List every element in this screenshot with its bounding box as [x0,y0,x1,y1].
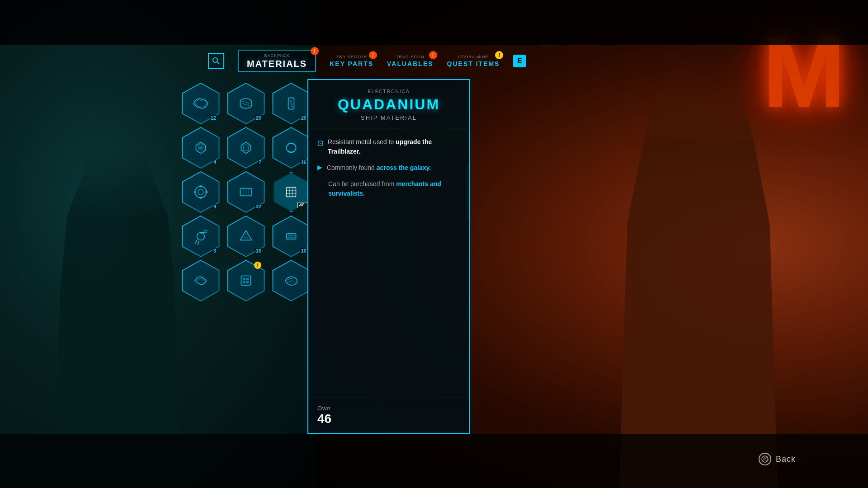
item-count: 10 [300,248,307,253]
item-icon [282,271,301,290]
list-item[interactable]: 9 [181,172,221,212]
list-item[interactable]: ! [226,261,266,300]
bullet-arrow: ▶ [317,164,322,173]
item-count: 20 [300,115,307,121]
svg-rect-20 [287,188,296,197]
item-count: 7 [258,160,262,165]
search-icon[interactable] [208,53,224,69]
detail-extra: Can be purchased from merchants and surv… [317,179,460,198]
quadanium-icon [282,183,301,202]
detail-title: QUADANIUM [317,96,460,113]
svg-line-3 [242,103,250,106]
detail-description: ⊡ Resistant metal used to upgrade the Tr… [317,137,460,156]
tab-valuables-label: VALUABLES [387,60,434,67]
tab-quest-items[interactable]: CODRA MINE QUEST ITEMS ! [447,55,500,67]
svg-point-15 [205,191,208,193]
item-count: 46 [297,202,307,208]
svg-point-26 [204,230,207,233]
nav-tabs: BACKPACK MATERIALS ! 7WY SECTOR KEY PART… [208,50,526,72]
silhouette-right [619,81,778,488]
top-bar [0,0,868,45]
detail-body: ⊡ Resistant metal used to upgrade the Tr… [308,128,469,398]
back-button[interactable]: ⓪ Back [759,453,796,465]
svg-point-9 [287,143,296,153]
item-count: 9 [212,204,217,209]
tab-materials-label: MATERIALS [247,59,307,69]
tab-materials[interactable]: BACKPACK MATERIALS ! [238,50,316,72]
detail-bullet-1: ▶ Commonly found across the galaxy. [317,163,460,173]
item-icon [236,227,255,246]
list-item[interactable]: 10 [271,216,311,256]
item-icon [236,138,255,157]
item-count: 20 [255,115,262,121]
svg-marker-27 [240,230,251,240]
item-icon [191,227,210,246]
item-count: 16 [300,160,307,165]
tab-key-parts-badge: ! [369,51,377,59]
item-icon [191,138,210,157]
item-icon [191,183,210,202]
tab-valuables[interactable]: TRAD-ECON VALUABLES ! [387,55,434,67]
list-item[interactable]: 16 [226,216,266,256]
item-icon [282,227,301,246]
tab-key-parts-label: KEY PARTS [330,60,373,67]
svg-line-1 [217,62,219,64]
desc-icon: ⊡ [317,138,323,156]
svg-rect-8 [244,145,249,151]
list-item[interactable]: 20 [271,84,311,123]
list-item[interactable]: 4 [181,128,221,168]
list-item[interactable] [271,261,311,300]
item-count: 4 [212,160,217,165]
svg-rect-38 [243,278,245,280]
own-value: 46 [317,412,460,426]
list-item[interactable]: 16 [271,128,311,168]
bullet-text: Commonly found across the galaxy. [327,163,431,173]
item-count: 12 [210,115,217,121]
item-count: 32 [255,204,262,209]
detail-subtitle: ELECTRONICA [317,89,460,94]
item-icon [282,94,301,113]
svg-rect-37 [241,276,251,286]
item-icon [191,271,210,290]
tab-valuables-badge: ! [429,51,437,59]
tab-key-parts-sublabel: 7WY SECTOR [336,55,367,59]
list-item[interactable]: 7 [226,128,266,168]
item-icon [282,138,301,157]
item-icon [236,271,255,290]
desc-text: Resistant metal used to upgrade the Trai… [328,137,460,156]
tab-valuables-sublabel: TRAD-ECON [396,55,425,59]
list-item[interactable] [181,261,221,300]
tab-materials-badge: ! [311,47,319,55]
list-item[interactable]: 12 [181,84,221,123]
svg-point-13 [199,197,202,199]
svg-rect-30 [287,234,296,239]
svg-point-14 [194,191,196,193]
item-count: 3 [212,248,217,253]
tab-quest-items-badge: ! [495,51,503,59]
svg-rect-41 [246,281,249,283]
list-item-selected[interactable]: 46 [271,172,311,212]
item-icon [236,94,255,113]
back-icon: ⓪ [759,453,771,465]
svg-point-10 [195,186,206,197]
warn-badge: ! [254,262,261,269]
list-item[interactable]: 20 [226,84,266,123]
e-key[interactable]: E [513,55,526,67]
svg-text:⓪: ⓪ [763,457,768,462]
detail-type: SHIP MATERIAL [317,114,460,121]
item-icon [236,183,255,202]
svg-point-0 [213,58,217,62]
item-icon [191,94,210,113]
detail-panel: ELECTRONICA QUADANIUM SHIP MATERIAL ⊡ Re… [307,79,470,434]
tab-quest-items-label: QUEST ITEMS [447,60,500,67]
tab-key-parts[interactable]: 7WY SECTOR KEY PARTS ! [330,55,373,67]
item-count: 16 [255,248,262,253]
tab-quest-items-sublabel: CODRA MINE [458,55,489,59]
svg-point-7 [199,146,202,149]
list-item[interactable]: 32 [226,172,266,212]
detail-header: ELECTRONICA QUADANIUM SHIP MATERIAL [308,80,469,128]
back-label: Back [776,455,796,464]
svg-rect-39 [246,278,249,280]
list-item[interactable]: 3 [181,216,221,256]
svg-point-12 [199,185,202,188]
